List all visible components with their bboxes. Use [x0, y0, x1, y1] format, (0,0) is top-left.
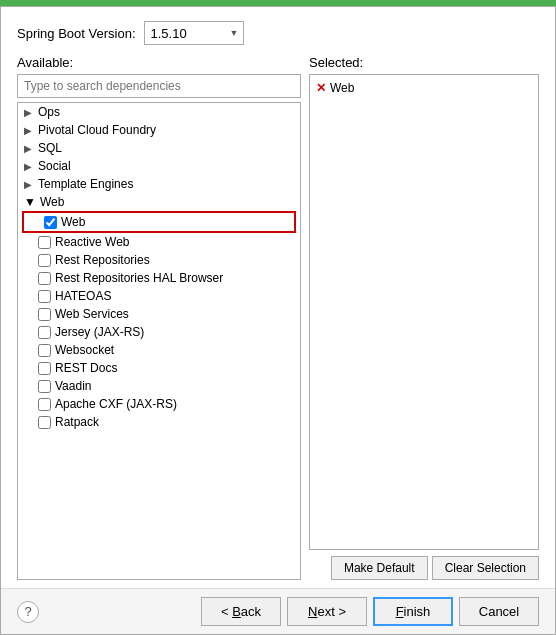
arrow-social: ▶ [24, 161, 32, 172]
web-item-apache-cxf[interactable]: Apache CXF (JAX-RS) [18, 395, 300, 413]
arrow-ops: ▶ [24, 107, 32, 118]
help-icon: ? [24, 604, 31, 619]
apache-cxf-checkbox[interactable] [38, 398, 51, 411]
category-pivotal[interactable]: ▶ Pivotal Cloud Foundry [18, 121, 300, 139]
category-web-label: Web [40, 195, 64, 209]
web-item-web[interactable]: Web [22, 211, 296, 233]
finish-underline: F [396, 604, 404, 619]
category-sql-label: SQL [38, 141, 62, 155]
remove-web-button[interactable]: ✕ [316, 81, 326, 95]
spring-boot-label: Spring Boot Version: [17, 26, 136, 41]
spring-boot-row: Spring Boot Version: 1.5.10 [17, 21, 539, 45]
make-default-button[interactable]: Make Default [331, 556, 428, 580]
web-item-web-services[interactable]: Web Services [18, 305, 300, 323]
footer-buttons: < Back Next > Finish Cancel [201, 597, 539, 626]
web-item-ratpack[interactable]: Ratpack [18, 413, 300, 431]
web-item-web-label: Web [61, 215, 85, 229]
reactive-web-checkbox[interactable] [38, 236, 51, 249]
arrow-web: ▼ [24, 195, 36, 209]
web-item-vaadin[interactable]: Vaadin [18, 377, 300, 395]
hateoas-checkbox[interactable] [38, 290, 51, 303]
available-list: ▶ Ops ▶ Pivotal Cloud Foundry ▶ SQL [17, 102, 301, 580]
category-web[interactable]: ▼ Web [18, 193, 300, 211]
cancel-button[interactable]: Cancel [459, 597, 539, 626]
jersey-label: Jersey (JAX-RS) [55, 325, 144, 339]
ratpack-label: Ratpack [55, 415, 99, 429]
vaadin-label: Vaadin [55, 379, 91, 393]
rest-docs-label: REST Docs [55, 361, 117, 375]
arrow-pivotal: ▶ [24, 125, 32, 136]
selected-web-label: Web [330, 81, 354, 95]
rest-repos-checkbox[interactable] [38, 254, 51, 267]
rest-docs-checkbox[interactable] [38, 362, 51, 375]
dialog: Spring Boot Version: 1.5.10 Available: ▶ [0, 6, 556, 635]
selected-item-web: ✕ Web [316, 79, 532, 97]
arrow-sql: ▶ [24, 143, 32, 154]
right-panel: Selected: ✕ Web Make Default Clear Selec… [309, 55, 539, 580]
panels-row: Available: ▶ Ops ▶ Pivotal Cloud Foundry [17, 55, 539, 580]
reactive-web-label: Reactive Web [55, 235, 129, 249]
web-item-rest-repos[interactable]: Rest Repositories [18, 251, 300, 269]
websocket-label: Websocket [55, 343, 114, 357]
left-panel: Available: ▶ Ops ▶ Pivotal Cloud Foundry [17, 55, 301, 580]
back-button[interactable]: < Back [201, 597, 281, 626]
category-social[interactable]: ▶ Social [18, 157, 300, 175]
search-input[interactable] [17, 74, 301, 98]
category-pivotal-label: Pivotal Cloud Foundry [38, 123, 156, 137]
web-item-websocket[interactable]: Websocket [18, 341, 300, 359]
right-buttons-row: Make Default Clear Selection [309, 556, 539, 580]
selected-label: Selected: [309, 55, 539, 70]
help-button[interactable]: ? [17, 601, 39, 623]
finish-button[interactable]: Finish [373, 597, 453, 626]
web-services-label: Web Services [55, 307, 129, 321]
next-underline: N [308, 604, 317, 619]
apache-cxf-label: Apache CXF (JAX-RS) [55, 397, 177, 411]
available-label: Available: [17, 55, 301, 70]
rest-repos-hal-label: Rest Repositories HAL Browser [55, 271, 223, 285]
websocket-checkbox[interactable] [38, 344, 51, 357]
next-button[interactable]: Next > [287, 597, 367, 626]
category-sql[interactable]: ▶ SQL [18, 139, 300, 157]
arrow-template: ▶ [24, 179, 32, 190]
web-item-rest-repos-hal[interactable]: Rest Repositories HAL Browser [18, 269, 300, 287]
rest-repos-label: Rest Repositories [55, 253, 150, 267]
web-item-hateoas[interactable]: HATEOAS [18, 287, 300, 305]
category-social-label: Social [38, 159, 71, 173]
category-ops[interactable]: ▶ Ops [18, 103, 300, 121]
clear-selection-button[interactable]: Clear Selection [432, 556, 539, 580]
jersey-checkbox[interactable] [38, 326, 51, 339]
available-list-scroll[interactable]: ▶ Ops ▶ Pivotal Cloud Foundry ▶ SQL [18, 103, 300, 579]
rest-repos-hal-checkbox[interactable] [38, 272, 51, 285]
vaadin-checkbox[interactable] [38, 380, 51, 393]
ratpack-checkbox[interactable] [38, 416, 51, 429]
dialog-content: Spring Boot Version: 1.5.10 Available: ▶ [1, 7, 555, 588]
version-select-wrapper[interactable]: 1.5.10 [144, 21, 244, 45]
web-item-rest-docs[interactable]: REST Docs [18, 359, 300, 377]
category-template-label: Template Engines [38, 177, 133, 191]
web-services-checkbox[interactable] [38, 308, 51, 321]
category-template[interactable]: ▶ Template Engines [18, 175, 300, 193]
hateoas-label: HATEOAS [55, 289, 111, 303]
selected-list: ✕ Web [309, 74, 539, 550]
back-underline: B [232, 604, 241, 619]
dialog-footer: ? < Back Next > Finish Cancel [1, 588, 555, 634]
category-ops-label: Ops [38, 105, 60, 119]
web-item-reactive[interactable]: Reactive Web [18, 233, 300, 251]
web-checkbox[interactable] [44, 216, 57, 229]
version-select[interactable]: 1.5.10 [144, 21, 244, 45]
web-item-jersey[interactable]: Jersey (JAX-RS) [18, 323, 300, 341]
